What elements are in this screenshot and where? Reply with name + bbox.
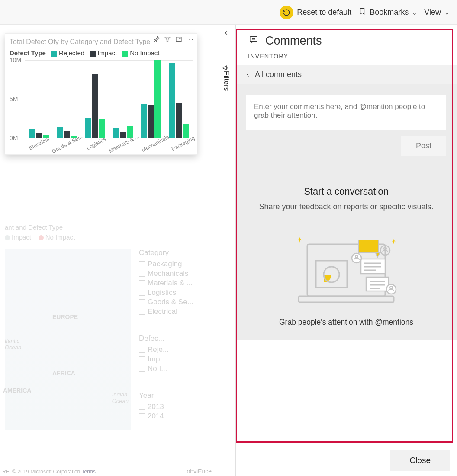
reset-to-default-button[interactable]: Reset to default: [280, 6, 351, 19]
faded-legend-noimpact: No Impact: [39, 233, 75, 241]
checkbox-icon: [139, 271, 145, 277]
slicer-item[interactable]: Logistics: [139, 288, 212, 297]
more-options-icon[interactable]: ···: [186, 35, 194, 45]
top-toolbar: Reset to default Bookmarks ⌄ View ⌄: [0, 0, 457, 25]
chart-visual[interactable]: ··· Total Defect Qty by Category and Def…: [5, 33, 197, 155]
bookmarks-button[interactable]: Bookmarks ⌄: [358, 7, 417, 18]
checkbox-icon: [139, 356, 145, 362]
bar[interactable]: [113, 128, 119, 138]
slicer-item[interactable]: Imp...: [139, 355, 212, 364]
brand-label: obviEnce: [187, 468, 212, 475]
bar[interactable]: [154, 60, 161, 138]
y-tick: 10M: [10, 57, 21, 64]
reset-label: Reset to default: [297, 8, 351, 17]
visual-action-bar: ···: [152, 35, 194, 45]
chevron-down-icon: ⌄: [444, 9, 450, 16]
slicer-item[interactable]: Materials & ...: [139, 279, 212, 288]
slicer-item-label: Reje...: [148, 345, 169, 354]
checkbox-icon: [139, 261, 145, 267]
bar[interactable]: [85, 118, 91, 138]
svg-rect-8: [299, 296, 394, 302]
slicer-item-label: Goods & Se...: [148, 298, 193, 307]
filter-icon[interactable]: [164, 35, 171, 45]
bar-group[interactable]: [109, 60, 137, 138]
slicer-item-label: Imp...: [148, 355, 166, 364]
slicer-item[interactable]: No I...: [139, 364, 212, 373]
pin-icon[interactable]: [152, 35, 160, 45]
svg-marker-5: [298, 237, 302, 243]
slicer-item[interactable]: Packaging: [139, 260, 212, 268]
chart-x-axis: ElectricalGoods & Ser...LogisticsMateria…: [25, 138, 193, 147]
slicer-item[interactable]: Mechanicals: [139, 269, 212, 278]
year-slicer-title: Year: [139, 391, 212, 400]
chart-plot-area: 0M5M10M: [25, 60, 193, 138]
checkbox-icon: [139, 280, 145, 286]
slicer-item[interactable]: 2013: [139, 403, 212, 411]
conversation-illustration: [281, 224, 411, 310]
legend-title: Defect Type: [10, 49, 46, 57]
slicer-item-label: Mechanicals: [148, 269, 189, 278]
bar[interactable]: [148, 105, 154, 138]
bar-group[interactable]: [25, 60, 53, 138]
reset-icon: [280, 6, 293, 19]
collapse-chevron-icon[interactable]: [217, 25, 235, 38]
checkbox-icon: [139, 347, 145, 353]
y-tick: 0M: [10, 134, 18, 141]
checkbox-icon: [139, 290, 145, 296]
slicer-item-label: Packaging: [148, 260, 182, 268]
slicer-item-label: 2014: [148, 412, 164, 421]
legend-item-rejected[interactable]: Rejected: [51, 49, 84, 57]
bar[interactable]: [92, 74, 98, 138]
bar[interactable]: [176, 103, 182, 138]
svg-marker-6: [392, 239, 396, 244]
close-button[interactable]: Close: [390, 450, 450, 471]
comments-panel: Comments INVENTORY All comments Post Sta…: [236, 25, 457, 476]
focus-mode-icon[interactable]: [175, 35, 183, 45]
svg-rect-9: [316, 261, 347, 288]
category-slicer-title: Category: [139, 249, 212, 257]
faded-legend-impact: Impact: [5, 233, 31, 241]
bar[interactable]: [29, 129, 35, 138]
legend-item-impact[interactable]: Impact: [90, 49, 117, 57]
checkbox-icon: [139, 404, 145, 410]
bar[interactable]: [141, 104, 147, 138]
slicer-item[interactable]: Reje...: [139, 345, 212, 354]
bar-group[interactable]: [81, 60, 109, 138]
bookmarks-label: Bookmarks: [370, 8, 409, 17]
view-button[interactable]: View ⌄: [424, 8, 450, 17]
checkbox-icon: [139, 413, 145, 419]
bar-group[interactable]: [165, 60, 193, 138]
bar-group[interactable]: [137, 60, 165, 138]
slicer-item[interactable]: 2014: [139, 412, 212, 421]
slicer-item-label: 2013: [148, 403, 164, 411]
map-visual-faded: EUROPE AFRICA AMERICA tlanticOcean India…: [5, 249, 131, 430]
background-report-faded: ant and Defect Type Impact No Impact EUR…: [0, 224, 217, 434]
terms-link[interactable]: Terms: [81, 469, 96, 475]
svg-marker-12: [376, 253, 380, 257]
bar[interactable]: [57, 127, 63, 138]
slicer-item-label: Materials & ...: [148, 279, 193, 288]
report-canvas: ··· Total Defect Qty by Category and Def…: [0, 25, 217, 476]
checkbox-icon: [139, 309, 145, 315]
faded-title-fragment: ant and Defect Type: [5, 224, 63, 231]
filters-rail[interactable]: Filters: [217, 25, 236, 476]
slicer-item-label: Electrical: [148, 307, 177, 316]
slicer-item[interactable]: Goods & Se...: [139, 298, 212, 307]
bar[interactable]: [169, 63, 175, 138]
defect-slicer-title: Defec...: [139, 334, 212, 343]
chevron-down-icon: ⌄: [412, 9, 417, 16]
y-tick: 5M: [10, 96, 18, 102]
legend-item-noimpact[interactable]: No Impact: [122, 49, 159, 57]
svg-rect-11: [358, 240, 378, 253]
slicer-item[interactable]: Electrical: [139, 307, 212, 316]
view-label: View: [424, 8, 441, 17]
checkbox-icon: [139, 299, 145, 305]
map-credit: RE, © 2019 Microsoft Corporation Terms: [2, 469, 96, 475]
bar-group[interactable]: [53, 60, 81, 138]
filters-rail-label: Filters: [222, 71, 231, 91]
slicer-item-label: No I...: [148, 364, 167, 373]
chart-legend: Defect Type Rejected Impact No Impact: [10, 49, 193, 57]
slicer-item-label: Logistics: [148, 288, 176, 297]
checkbox-icon: [139, 366, 145, 372]
bookmark-icon: [358, 7, 366, 18]
